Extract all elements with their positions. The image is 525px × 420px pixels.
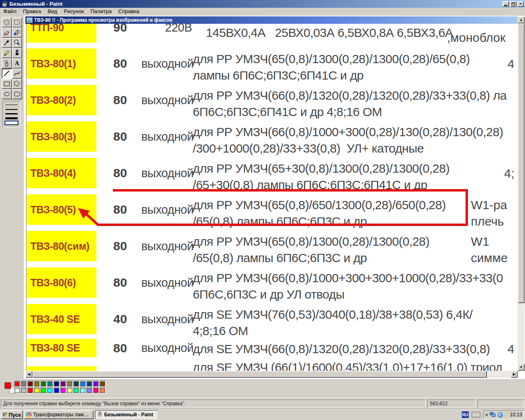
table-row-ТВЗ-80(1): ТВЗ-80(1)80выходнойдля РР УМЗЧ(65(0,8)/1… (25, 48, 518, 79)
row-name-label: ТВЗ-80(2) (27, 94, 76, 106)
windows-logo-icon (3, 412, 7, 418)
keyboard-icon[interactable] (472, 412, 480, 418)
tool-free-form-select[interactable] (2, 17, 12, 27)
menu-item-1[interactable]: Правка (20, 8, 44, 15)
palette-swatch-20[interactable] (53, 387, 60, 394)
tray-expand-icon[interactable]: « (485, 412, 488, 418)
hscroll-thumb (32, 371, 487, 378)
tool-text[interactable]: A (12, 58, 22, 68)
menu-item-3[interactable]: Рисунок (60, 8, 87, 15)
task-button-0[interactable]: Трансформаторы лампо... (24, 410, 94, 419)
palette-swatch-5[interactable] (47, 381, 53, 387)
task-button-1[interactable]: Безымянный - Paint (95, 410, 158, 419)
line-width-option-3[interactable] (5, 112, 18, 116)
tool-select[interactable] (12, 17, 22, 27)
row-name-label: ТВЗ-80(1) (27, 58, 76, 70)
tool-polygon[interactable] (12, 79, 22, 89)
language-indicator[interactable]: RU (462, 411, 469, 418)
viewer-window-title: ТВЗ-80 !! - Программа просмотра изображе… (34, 17, 172, 23)
svg-text:A: A (15, 60, 19, 66)
paint-toolbox: A (0, 16, 24, 379)
row-type-cell: 220В (143, 24, 192, 43)
palette-swatch-9[interactable] (73, 381, 80, 387)
palette-swatch-4[interactable] (40, 381, 47, 387)
tray-clock[interactable]: 10:13 (510, 412, 522, 418)
globe-icon[interactable] (498, 412, 503, 418)
palette-swatch-10[interactable] (80, 381, 86, 387)
tool-eraser[interactable] (2, 27, 12, 38)
vscroll-thumb (518, 23, 525, 303)
tool-rectangle[interactable] (2, 79, 12, 89)
row-type-cell: выходной (143, 158, 192, 188)
palette-swatch-27[interactable] (99, 387, 106, 394)
palette-swatch-26[interactable] (93, 387, 99, 394)
brush-icon (13, 49, 21, 57)
palette-swatch-7[interactable] (60, 381, 66, 387)
tool-line[interactable] (2, 68, 12, 79)
close-button[interactable]: × (517, 1, 524, 7)
tool-fill[interactable] (12, 27, 22, 38)
palette-swatch-25[interactable] (86, 387, 93, 394)
viewer-titlebar: ТВЗ-80 !! - Программа просмотра изображе… (25, 16, 518, 24)
palette-swatch-13[interactable] (99, 381, 106, 387)
palette-swatch-19[interactable] (47, 387, 53, 394)
palette-swatch-8[interactable] (66, 381, 73, 387)
screen: Безымянный - Paint × ФайлПравкаВидРисуно… (0, 0, 525, 420)
tool-magnifier[interactable] (12, 38, 22, 48)
row-power-cell: 90 (98, 24, 143, 43)
palette-swatch-11[interactable] (86, 381, 93, 387)
tool-color-picker[interactable] (2, 38, 12, 48)
row-name-label: ТВЗ-80(4) (27, 167, 76, 179)
menu-item-5[interactable]: Справка (115, 8, 142, 15)
tool-ellipse[interactable] (2, 89, 12, 99)
palette-swatch-17[interactable] (34, 387, 40, 394)
tool-rounded-rectangle[interactable] (12, 89, 22, 99)
tool-airbrush[interactable] (2, 58, 12, 68)
row-note: ,моноблок (447, 30, 518, 46)
status-help-text: Для получения справки выберите команду "… (1, 399, 426, 408)
palette-swatch-22[interactable] (66, 387, 73, 394)
minimize-button[interactable] (502, 1, 509, 7)
row-type-cell: выходной (143, 339, 192, 357)
palette-swatch-18[interactable] (40, 387, 47, 394)
palette-swatch-15[interactable] (21, 387, 27, 394)
start-button[interactable]: Пуск (1, 410, 23, 419)
viewer-vertical-scrollbar: ▲ ▼ (518, 16, 525, 371)
row-power-cell: 80 (98, 85, 143, 115)
row-type-cell: выходной (143, 267, 192, 298)
palette-swatch-14[interactable] (14, 387, 21, 394)
network-icon[interactable] (490, 412, 496, 417)
menu-item-0[interactable]: Файл (0, 8, 20, 15)
row-description: для SE УМЗЧ(66(0,8)/1320(0,28)/1320(0,28… (193, 341, 490, 357)
palette-swatch-6[interactable] (53, 381, 60, 387)
tool-brush[interactable] (12, 48, 22, 58)
restore-button[interactable] (510, 1, 516, 7)
palette-swatch-12[interactable] (93, 381, 99, 387)
palette-swatch-3[interactable] (34, 381, 40, 387)
palette-swatch-1[interactable] (21, 381, 27, 387)
line-width-option-5[interactable] (5, 116, 18, 121)
table-row-ТВЗ-80(6): ТВЗ-80(6)80выходнойдля РР УМЗЧ(66(0,8)/1… (25, 267, 518, 298)
paint-canvas[interactable]: ТВЗ-80 !! - Программа просмотра изображе… (24, 16, 525, 379)
table-row-ТВЗ-80(сим): ТВЗ-80(сим)80выходнойдля РР УМЗЧ(65(0,8)… (25, 231, 518, 261)
line-width-option-2[interactable] (5, 107, 18, 112)
tool-pencil[interactable] (2, 48, 12, 58)
palette-swatch-2[interactable] (27, 381, 34, 387)
palette-swatch-21[interactable] (60, 387, 66, 394)
row-name-label: ТТП-90 (27, 24, 64, 34)
line-width-option-1[interactable] (5, 103, 18, 107)
row-power-cell: 80 (98, 194, 143, 225)
row-name-cell: ТВЗ-80(3) (27, 121, 96, 152)
row-name-cell: ТВЗ-80(4) (27, 158, 96, 188)
palette-swatch-0[interactable] (14, 381, 21, 387)
palette-swatch-16[interactable] (27, 387, 34, 394)
palette-swatch-23[interactable] (73, 387, 80, 394)
menu-item-2[interactable]: Вид (44, 8, 61, 15)
viewer-horizontal-scrollbar: ◀ ▶ (25, 371, 518, 378)
tool-curve[interactable] (12, 68, 22, 79)
row-name-cell (27, 366, 96, 371)
table-row-ТВЗ-80(4): ТВЗ-80(4)80выходнойдля РР УМЗЧ(65+30(0,8… (25, 158, 518, 188)
line-width-option-7[interactable] (5, 121, 18, 125)
palette-swatch-24[interactable] (80, 387, 86, 394)
menu-item-4[interactable]: Палитра (87, 8, 115, 15)
